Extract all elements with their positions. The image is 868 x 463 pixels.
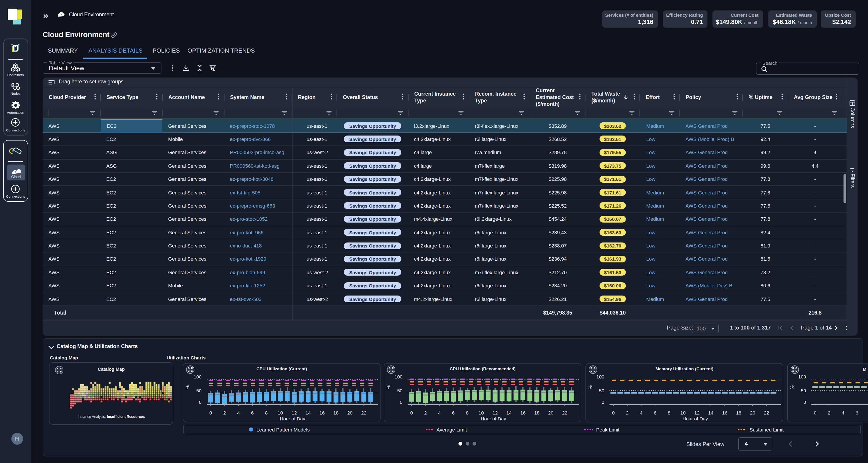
svg-text:Hour of Day: Hour of Day — [280, 416, 306, 421]
svg-text:4: 4 — [842, 410, 845, 416]
svg-text:100: 100 — [596, 374, 604, 379]
svg-text:%: % — [790, 385, 795, 389]
svg-text:16: 16 — [722, 410, 727, 416]
svg-text:50: 50 — [599, 388, 604, 393]
svg-text:0: 0 — [804, 400, 806, 405]
svg-text:20: 20 — [750, 410, 755, 416]
svg-text:50: 50 — [196, 388, 202, 393]
svg-text:16: 16 — [319, 410, 325, 416]
svg-text:Hour of Day: Hour of Day — [481, 416, 506, 421]
svg-text:6: 6 — [251, 410, 254, 416]
svg-text:100: 100 — [395, 374, 403, 379]
svg-text:4: 4 — [438, 410, 441, 416]
svg-text:8: 8 — [466, 410, 469, 416]
svg-text:12: 12 — [292, 410, 297, 416]
svg-text:22: 22 — [764, 410, 769, 416]
svg-text:2: 2 — [224, 410, 226, 416]
svg-text:18: 18 — [334, 410, 339, 416]
svg-text:%: % — [588, 385, 593, 389]
svg-text:2: 2 — [828, 410, 831, 416]
svg-text:%: % — [185, 385, 190, 389]
svg-text:12: 12 — [694, 410, 700, 416]
svg-text:8: 8 — [265, 410, 268, 416]
svg-text:0: 0 — [210, 410, 212, 416]
svg-text:0: 0 — [400, 400, 403, 405]
svg-text:14: 14 — [506, 410, 512, 416]
svg-text:2: 2 — [626, 410, 629, 416]
svg-text:0: 0 — [814, 410, 817, 416]
svg-text:20: 20 — [347, 410, 352, 416]
svg-text:2: 2 — [425, 410, 427, 416]
svg-text:6: 6 — [654, 410, 657, 416]
svg-text:18: 18 — [534, 410, 540, 416]
svg-text:10: 10 — [479, 410, 484, 416]
svg-text:4: 4 — [640, 410, 643, 416]
svg-text:4: 4 — [238, 410, 240, 416]
svg-text:14: 14 — [306, 410, 311, 416]
svg-text:6: 6 — [452, 410, 455, 416]
svg-text:0: 0 — [410, 410, 413, 416]
svg-text:50: 50 — [398, 388, 403, 393]
svg-text:0: 0 — [199, 400, 202, 405]
svg-text:20: 20 — [548, 410, 554, 416]
svg-text:100: 100 — [798, 374, 806, 379]
svg-text:14: 14 — [708, 410, 714, 416]
svg-text:Hour of Day: Hour of Day — [683, 416, 708, 421]
svg-text:0: 0 — [602, 400, 604, 405]
svg-text:12: 12 — [493, 410, 498, 416]
svg-text:0: 0 — [612, 410, 615, 416]
svg-text:6: 6 — [856, 410, 859, 416]
svg-text:100: 100 — [194, 374, 202, 379]
svg-text:10: 10 — [680, 410, 686, 416]
svg-text:16: 16 — [520, 410, 526, 416]
svg-text:10: 10 — [278, 410, 283, 416]
svg-text:22: 22 — [362, 410, 367, 416]
svg-text:50: 50 — [801, 388, 806, 393]
svg-text:%: % — [386, 385, 391, 389]
svg-text:8: 8 — [668, 410, 671, 416]
svg-text:22: 22 — [562, 410, 567, 416]
svg-text:18: 18 — [736, 410, 742, 416]
